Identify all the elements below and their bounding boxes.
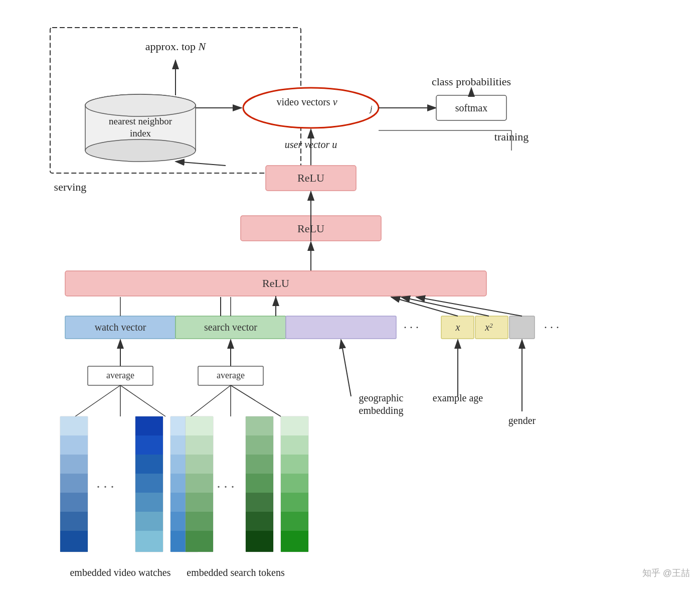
svg-text:embedded search tokens: embedded search tokens [187,567,285,578]
svg-rect-65 [60,455,88,474]
svg-text:serving: serving [54,181,87,193]
svg-rect-78 [135,531,163,552]
svg-rect-34 [286,316,396,339]
svg-rect-99 [246,435,273,455]
watermark: 知乎 @王喆 [642,567,690,579]
svg-point-5 [85,139,196,162]
svg-text:· · ·: · · · [217,479,235,495]
svg-rect-69 [60,531,88,552]
svg-text:class probabilities: class probabilities [432,75,511,88]
svg-text:· · ·: · · · [97,479,114,495]
svg-rect-67 [60,493,88,512]
svg-rect-104 [246,531,273,552]
svg-line-58 [120,385,165,416]
svg-line-61 [231,385,281,416]
svg-rect-74 [135,455,163,474]
svg-rect-102 [246,493,273,512]
svg-rect-100 [246,455,273,474]
svg-point-6 [85,94,196,116]
svg-rect-92 [186,474,213,493]
svg-line-117 [416,297,522,316]
svg-text:nearest neighbor: nearest neighbor [109,116,172,126]
svg-rect-107 [281,435,308,455]
svg-rect-76 [135,493,163,512]
svg-rect-77 [135,512,163,531]
svg-rect-112 [281,531,308,552]
svg-rect-63 [60,416,88,435]
svg-rect-91 [186,455,213,474]
svg-line-115 [391,297,458,316]
svg-line-116 [401,297,489,316]
svg-line-21 [176,162,226,166]
svg-rect-75 [135,474,163,493]
svg-rect-93 [186,493,213,512]
svg-rect-108 [281,455,308,474]
diagram-container: approx. top N nearest neighbor index ser… [0,0,700,589]
svg-text:· · ·: · · · [404,321,419,334]
svg-text:gender: gender [508,415,536,426]
svg-text:average: average [106,370,134,380]
svg-rect-89 [186,416,213,435]
svg-text:· · ·: · · · [544,321,559,334]
svg-rect-94 [186,512,213,531]
svg-text:search vector: search vector [204,322,257,333]
svg-text:index: index [130,128,151,138]
svg-text:x: x [455,322,460,333]
svg-rect-101 [246,474,273,493]
svg-rect-111 [281,512,308,531]
svg-text:j: j [369,104,373,113]
svg-text:average: average [217,370,245,380]
svg-text:geographic: geographic [359,392,404,404]
svg-rect-109 [281,474,308,493]
svg-line-56 [75,385,120,416]
svg-rect-64 [60,435,88,455]
svg-text:embedding: embedding [359,405,404,416]
svg-rect-72 [135,416,163,435]
svg-text:softmax: softmax [455,102,487,113]
svg-rect-90 [186,435,213,455]
svg-text:approx. top N: approx. top N [145,40,207,53]
svg-rect-103 [246,512,273,531]
svg-rect-106 [281,416,308,435]
svg-point-10 [243,88,379,128]
svg-line-59 [191,385,231,416]
svg-rect-98 [246,416,273,435]
svg-rect-66 [60,474,88,493]
svg-text:example age: example age [433,392,483,404]
svg-rect-40 [509,316,535,339]
svg-text:video vectors v: video vectors v [276,96,337,107]
svg-text:embedded video watches: embedded video watches [70,567,170,578]
svg-text:watch vector: watch vector [95,322,146,333]
svg-rect-95 [186,531,213,552]
svg-line-45 [341,340,351,396]
svg-rect-68 [60,512,88,531]
svg-rect-110 [281,493,308,512]
svg-rect-73 [135,435,163,455]
svg-text:ReLU: ReLU [297,172,324,184]
svg-text:ReLU: ReLU [262,277,289,289]
